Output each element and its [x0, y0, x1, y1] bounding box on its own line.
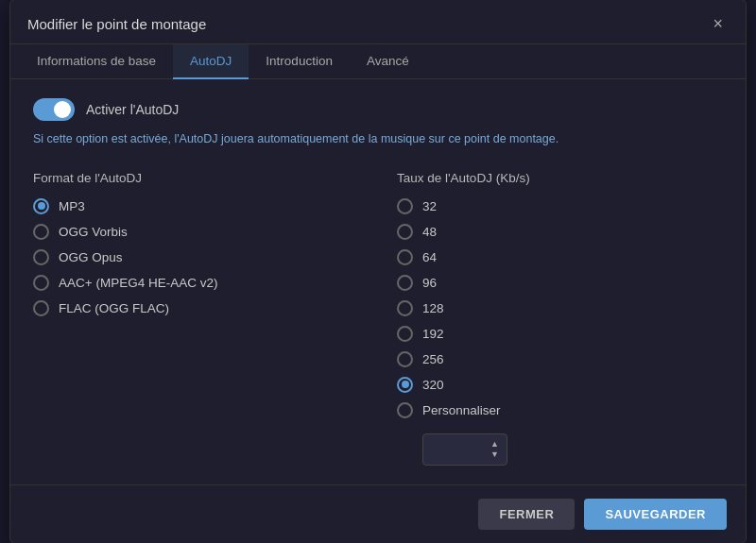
format-label-aac-plus: AAC+ (MPEG4 HE-AAC v2) [59, 276, 217, 290]
bitrate-option-96[interactable]: 96 [397, 275, 723, 291]
format-radio-ogg-vorbis [33, 224, 49, 240]
format-option-ogg-opus[interactable]: OGG Opus [33, 249, 359, 265]
close-icon[interactable]: × [707, 13, 729, 34]
custom-bitrate-input[interactable] [431, 442, 488, 456]
dialog-footer: FERMER SAUVEGARDER [10, 484, 746, 543]
format-radio-mp3 [33, 198, 49, 214]
custom-input-row: ▲ ▼ [422, 433, 723, 466]
dialog-body: Activer l'AutoDJ Si cette option est act… [10, 79, 746, 484]
toggle-label: Activer l'AutoDJ [86, 102, 179, 117]
format-label-flac: FLAC (OGG FLAC) [59, 301, 169, 315]
bitrate-radio-64 [397, 249, 413, 265]
bitrate-radio-48 [397, 224, 413, 240]
format-label-ogg-opus: OGG Opus [59, 250, 123, 264]
close-button[interactable]: FERMER [478, 499, 575, 530]
bitrate-label-320: 320 [422, 378, 444, 392]
bitrate-column: Taux de l'AutoDJ (Kb/s) 32 48 64 [397, 171, 723, 466]
bitrate-option-192[interactable]: 192 [397, 326, 723, 342]
tab-introduction[interactable]: Introduction [249, 44, 350, 79]
bitrate-option-48[interactable]: 48 [397, 224, 723, 240]
autodj-description: Si cette option est activée, l'AutoDJ jo… [33, 130, 723, 148]
format-title: Format de l'AutoDJ [33, 171, 359, 185]
format-option-aac-plus[interactable]: AAC+ (MPEG4 HE-AAC v2) [33, 275, 359, 291]
format-radio-group: MP3 OGG Vorbis OGG Opus AAC+ (MPEG4 HE-A… [33, 198, 359, 316]
bitrate-option-64[interactable]: 64 [397, 249, 723, 265]
bitrate-label-128: 128 [422, 301, 444, 315]
bitrate-option-128[interactable]: 128 [397, 300, 723, 316]
dialog-title: Modifier le point de montage [27, 16, 206, 32]
save-button[interactable]: SAUVEGARDER [584, 499, 727, 530]
bitrate-radio-256 [397, 351, 413, 367]
bitrate-option-32[interactable]: 32 [397, 198, 723, 214]
bitrate-radio-group: 32 48 64 96 [397, 198, 723, 466]
bitrate-radio-192 [397, 326, 413, 342]
dialog: Modifier le point de montage × Informati… [9, 0, 747, 543]
bitrate-label-32: 32 [422, 199, 437, 213]
spinner-buttons: ▲ ▼ [488, 439, 502, 460]
bitrate-radio-320 [397, 377, 413, 393]
tab-autodj[interactable]: AutoDJ [173, 44, 249, 79]
bitrate-option-custom[interactable]: Personnaliser [397, 402, 723, 418]
autodj-toggle[interactable] [33, 98, 75, 121]
bitrate-label-64: 64 [422, 250, 437, 264]
bitrate-radio-96 [397, 275, 413, 291]
format-option-flac[interactable]: FLAC (OGG FLAC) [33, 300, 359, 316]
bitrate-label-256: 256 [422, 352, 444, 366]
tab-bar: Informations de base AutoDJ Introduction… [10, 44, 746, 79]
custom-bitrate-field: ▲ ▼ [422, 433, 507, 466]
bitrate-label-192: 192 [422, 327, 444, 341]
format-radio-ogg-opus [33, 249, 49, 265]
bitrate-option-320[interactable]: 320 [397, 377, 723, 393]
format-radio-flac [33, 300, 49, 316]
tab-avance[interactable]: Avancé [350, 44, 426, 79]
bitrate-radio-32 [397, 198, 413, 214]
format-option-ogg-vorbis[interactable]: OGG Vorbis [33, 224, 359, 240]
spinner-down-button[interactable]: ▼ [488, 450, 502, 460]
bitrate-label-96: 96 [422, 276, 437, 290]
tab-informations[interactable]: Informations de base [20, 44, 173, 79]
bitrate-radio-128 [397, 300, 413, 316]
dialog-header: Modifier le point de montage × [10, 0, 746, 44]
format-column: Format de l'AutoDJ MP3 OGG Vorbis OGG Op… [33, 171, 359, 466]
format-radio-aac-plus [33, 275, 49, 291]
bitrate-label-custom: Personnaliser [422, 403, 501, 417]
format-label-ogg-vorbis: OGG Vorbis [59, 225, 128, 239]
format-option-mp3[interactable]: MP3 [33, 198, 359, 214]
bitrate-option-256[interactable]: 256 [397, 351, 723, 367]
spinner-up-button[interactable]: ▲ [488, 439, 502, 450]
format-label-mp3: MP3 [59, 199, 85, 213]
bitrate-radio-custom [397, 402, 413, 418]
bitrate-title: Taux de l'AutoDJ (Kb/s) [397, 171, 723, 185]
bitrate-label-48: 48 [422, 225, 437, 239]
toggle-row: Activer l'AutoDJ [33, 98, 723, 121]
options-columns: Format de l'AutoDJ MP3 OGG Vorbis OGG Op… [33, 171, 723, 466]
